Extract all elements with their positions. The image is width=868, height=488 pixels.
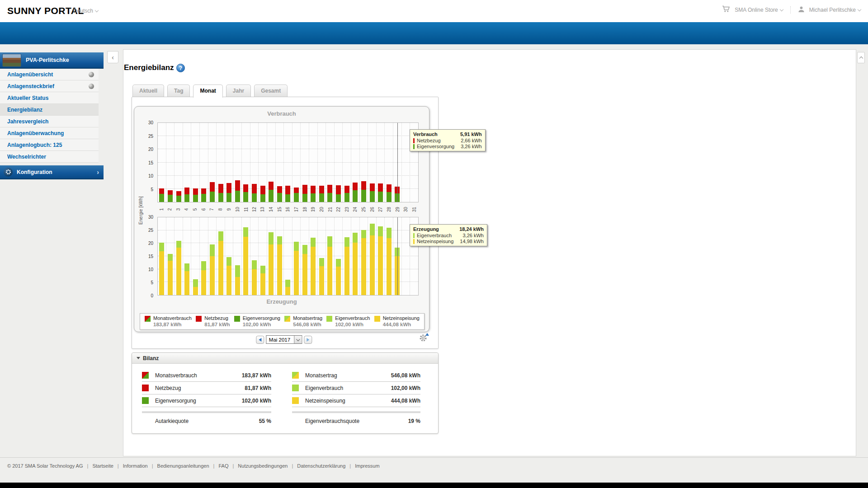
bar-day-22[interactable] [335,123,343,202]
footer-link-information[interactable]: Information [123,463,148,469]
sidebar-plant-header[interactable]: PVA-Perlitschke [0,52,104,69]
bar-day-26[interactable] [368,217,377,295]
bar-day-14[interactable] [267,217,276,295]
select-dropdown-button[interactable] [294,336,302,343]
bar-day-1[interactable] [158,217,166,295]
bar-day-13[interactable] [259,217,267,295]
bar-day-9[interactable] [225,123,234,202]
bar-day-13[interactable] [259,123,267,202]
bar-day-8[interactable] [217,123,225,202]
bar-day-12[interactable] [250,217,259,295]
sidebar-item-jahresvergleich[interactable]: Jahresvergleich [0,116,99,127]
bar-day-14[interactable] [267,123,276,202]
bar-day-23[interactable] [343,217,351,295]
bar-day-17[interactable] [292,217,301,295]
bar-day-25[interactable] [360,123,368,202]
bar-day-6[interactable] [200,123,208,202]
bar-day-10[interactable] [233,217,242,295]
help-icon[interactable]: ? [176,64,185,72]
bar-day-17[interactable] [292,123,301,202]
bar-day-26[interactable] [368,123,377,202]
bar-day-23[interactable] [343,123,351,202]
bar-day-15[interactable] [276,217,284,295]
bar-day-5[interactable] [191,123,200,202]
sidebar-item-aktueller-status[interactable]: Aktueller Status [0,92,99,104]
bar-day-28[interactable] [385,123,393,202]
bar-day-4[interactable] [183,217,192,295]
bar-day-30[interactable] [402,123,410,202]
bar-day-12[interactable] [250,123,259,202]
sidebar-item-anlagensteckbrief[interactable]: Anlagensteckbrief [0,80,99,92]
bar-day-19[interactable] [309,123,318,202]
bar-day-11[interactable] [242,217,250,295]
bar-day-3[interactable] [175,217,183,295]
bar-day-1[interactable] [158,123,166,202]
chart-settings-button[interactable] [419,334,428,343]
bar-day-18[interactable] [301,217,309,295]
footer-link-bedienungsanleitungen[interactable]: Bedienungsanleitungen [157,463,209,469]
bilanz-header[interactable]: Bilanz [132,353,438,364]
bar-day-18[interactable] [301,123,309,202]
bar-day-20[interactable] [318,123,326,202]
bar-day-2[interactable] [166,123,175,202]
sidebar-item-anlagen-bersicht[interactable]: Anlagenübersicht [0,69,99,80]
bar-day-27[interactable] [377,123,385,202]
bar-day-25[interactable] [360,217,368,295]
chart-title-erzeugung: Erzeugung [134,298,429,305]
language-dropdown[interactable]: Deutsch [73,8,98,14]
netzbezug-segment [252,184,257,193]
footer-link-startseite[interactable]: Startseite [92,463,113,469]
eigenversorgung-segment [327,193,332,202]
bar-day-3[interactable] [175,123,183,202]
tab-aktuell[interactable]: Aktuell [132,84,164,97]
bar-day-24[interactable] [351,123,360,202]
bar-day-5[interactable] [191,217,200,295]
sidebar-item-wechselrichter[interactable]: Wechselrichter [0,151,99,163]
footer-link-faq[interactable]: FAQ [218,463,228,469]
bar-day-22[interactable] [335,217,343,295]
tooltip-row: Eigenversorgung3,26 kWh [413,144,482,149]
collapse-sidebar-button[interactable]: ‹ [107,51,118,63]
y-tick: 20 [148,147,153,152]
tab-tag[interactable]: Tag [167,84,190,97]
bar-day-6[interactable] [200,217,208,295]
bar-day-16[interactable] [284,123,292,202]
sidebar-item-energiebilanz[interactable]: Energiebilanz [0,104,99,116]
bar-day-9[interactable] [225,217,234,295]
sidebar-item-konfiguration[interactable]: Konfiguration › [0,165,104,179]
bar-day-10[interactable] [233,123,242,202]
tab-gesamt[interactable]: Gesamt [254,84,288,97]
tab-jahr[interactable]: Jahr [226,84,251,97]
bar-day-21[interactable] [326,217,335,295]
bar-day-7[interactable] [208,123,217,202]
sidebar-item-anlagen-berwachung[interactable]: Anlagenüberwachung [0,127,99,139]
footer-link-nutzungsbedingungen[interactable]: Nutzungsbedingungen [238,463,288,469]
footer-link-datenschutzerklärung[interactable]: Datenschutzerklärung [297,463,345,469]
tab-monat[interactable]: Monat [193,84,222,98]
month-select[interactable]: Mai 2017 [266,335,302,344]
bar-day-7[interactable] [208,217,217,295]
bar-day-4[interactable] [183,123,192,202]
bar-day-2[interactable] [166,217,175,295]
netzbezug-segment [218,184,223,193]
netzbezug-segment [319,186,324,193]
collapse-panel-button[interactable] [857,52,865,63]
bar-day-15[interactable] [276,123,284,202]
bar-day-11[interactable] [242,123,250,202]
legend-swatch [374,316,380,322]
bar-day-20[interactable] [318,217,326,295]
bar-day-24[interactable] [351,217,360,295]
next-month-button[interactable] [304,336,312,344]
bar-day-28[interactable] [385,217,393,295]
footer-link-impressum[interactable]: Impressum [355,463,379,469]
user-dropdown[interactable]: Michael Perlitschke [809,7,861,13]
previous-month-button[interactable] [256,336,264,344]
bar-day-19[interactable] [309,217,318,295]
store-dropdown[interactable]: SMA Online Store [735,7,783,13]
bar-day-21[interactable] [326,123,335,202]
sidebar-item-anlagenlogbuch-[interactable]: Anlagenlogbuch: 125 [0,139,99,151]
bar-day-16[interactable] [284,217,292,295]
bar-day-30[interactable] [402,217,410,295]
bar-day-8[interactable] [217,217,225,295]
bar-day-27[interactable] [377,217,385,295]
